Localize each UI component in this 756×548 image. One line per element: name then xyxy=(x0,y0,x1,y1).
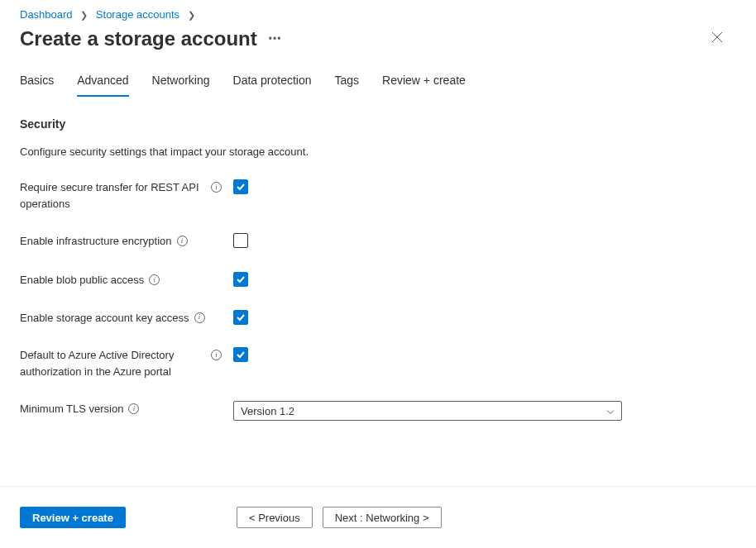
field-infra-encryption: Enable infrastructure encryption i xyxy=(20,233,736,250)
info-icon[interactable]: i xyxy=(149,274,160,285)
tab-data-protection[interactable]: Data protection xyxy=(233,74,312,97)
select-tls-version[interactable]: Version 1.2 xyxy=(233,401,622,421)
info-icon[interactable]: i xyxy=(211,182,222,193)
review-create-button[interactable]: Review + create xyxy=(20,507,126,528)
previous-button[interactable]: < Previous xyxy=(237,507,313,528)
tab-advanced[interactable]: Advanced xyxy=(77,74,128,97)
footer: Review + create < Previous Next : Networ… xyxy=(0,486,756,548)
checkbox-key-access[interactable] xyxy=(233,310,248,325)
section-heading-security: Security xyxy=(20,117,736,131)
field-blob-public: Enable blob public access i xyxy=(20,272,736,288)
info-icon[interactable]: i xyxy=(211,350,222,360)
close-button[interactable] xyxy=(708,28,726,50)
more-icon[interactable]: ••• xyxy=(269,33,282,45)
tab-tags[interactable]: Tags xyxy=(335,74,360,97)
checkbox-blob-public[interactable] xyxy=(233,272,248,287)
field-label: Enable infrastructure encryption xyxy=(20,233,172,250)
select-value: Version 1.2 xyxy=(241,405,294,417)
section-description: Configure security settings that impact … xyxy=(20,145,736,158)
tab-review-create[interactable]: Review + create xyxy=(382,74,466,97)
checkbox-aad-default[interactable] xyxy=(233,347,248,362)
tab-networking[interactable]: Networking xyxy=(152,74,210,97)
field-secure-transfer: Require secure transfer for REST API ope… xyxy=(20,179,736,212)
close-icon xyxy=(711,31,723,43)
field-key-access: Enable storage account key access i xyxy=(20,310,736,326)
breadcrumb: Dashboard ❯ Storage accounts ❯ xyxy=(0,0,756,24)
chevron-right-icon: ❯ xyxy=(80,10,88,20)
info-icon[interactable]: i xyxy=(194,312,205,323)
field-tls-version: Minimum TLS version i Version 1.2 xyxy=(20,401,736,421)
info-icon[interactable]: i xyxy=(177,236,188,246)
chevron-right-icon: ❯ xyxy=(188,10,195,20)
tab-basics[interactable]: Basics xyxy=(20,74,54,97)
field-label: Default to Azure Active Directory author… xyxy=(20,347,206,379)
info-icon[interactable]: i xyxy=(128,403,139,414)
breadcrumb-dashboard[interactable]: Dashboard xyxy=(20,8,73,21)
page-header: Create a storage account ••• xyxy=(0,24,756,64)
checkbox-infra-encryption[interactable] xyxy=(233,233,248,248)
field-label: Minimum TLS version xyxy=(20,401,123,417)
field-aad-default: Default to Azure Active Directory author… xyxy=(20,347,736,379)
breadcrumb-storage-accounts[interactable]: Storage accounts xyxy=(96,8,179,21)
checkbox-secure-transfer[interactable] xyxy=(233,179,248,194)
next-button[interactable]: Next : Networking > xyxy=(323,507,442,528)
tabs: Basics Advanced Networking Data protecti… xyxy=(0,64,756,98)
form-scroll-area[interactable]: Security Configure security settings tha… xyxy=(0,98,756,474)
field-label: Require secure transfer for REST API ope… xyxy=(20,179,206,212)
field-label: Enable blob public access xyxy=(20,272,144,288)
field-label: Enable storage account key access xyxy=(20,310,189,326)
chevron-down-icon xyxy=(606,405,615,417)
page-title: Create a storage account xyxy=(20,27,257,50)
